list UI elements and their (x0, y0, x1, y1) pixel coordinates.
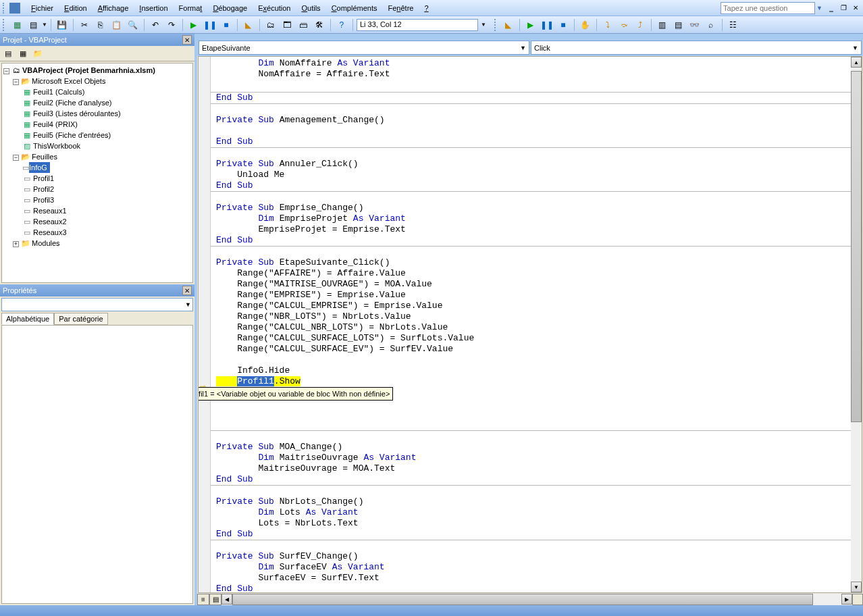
expand-icon[interactable]: − (3, 68, 9, 74)
modules-folder[interactable]: Modules (32, 239, 60, 247)
run-icon-2[interactable]: ▶ (523, 18, 538, 32)
project-root[interactable]: VBAProject (Projet Benmarhnia.xlsm) (22, 66, 155, 74)
step-into-icon[interactable]: ⤵ (600, 18, 615, 32)
procedure-combo[interactable]: Click ▼ (531, 41, 862, 55)
help-icon[interactable]: ? (334, 18, 349, 32)
menu-format[interactable]: Format (174, 2, 208, 14)
menu-help[interactable]: ? (419, 2, 434, 14)
status-dropdown-icon[interactable]: ▼ (481, 22, 486, 28)
minimize-button[interactable]: ‗ (827, 3, 836, 13)
excel-objects-folder[interactable]: Microsoft Excel Objets (32, 77, 105, 85)
tree-item-profil2[interactable]: Profil2 (33, 185, 54, 193)
paste-icon[interactable]: 📋 (109, 18, 124, 32)
project-toolbar: ▤ ▦ 📁 (0, 46, 194, 61)
cut-icon[interactable]: ✂ (77, 18, 92, 32)
menu-insert[interactable]: Insertion (134, 2, 173, 14)
quick-watch-icon[interactable]: ⌕ (704, 18, 718, 32)
scroll-left-icon[interactable]: ◀ (221, 594, 232, 605)
menu-addins[interactable]: Compléments (326, 2, 383, 14)
menu-view[interactable]: Affichage (93, 2, 134, 14)
tree-item-profil3[interactable]: Profil3 (33, 196, 54, 204)
close-button[interactable]: ✕ (851, 3, 860, 13)
toolbar-grip[interactable] (3, 3, 7, 14)
locals-window-icon[interactable]: ▥ (655, 18, 670, 32)
ask-question-input[interactable] (721, 2, 815, 14)
toggle-folders-button[interactable]: 📁 (31, 47, 45, 59)
sheet-icon: ▦ (22, 119, 32, 130)
horizontal-scrollbar[interactable]: ◀ ▶ (221, 594, 852, 605)
reset-icon[interactable]: ■ (219, 18, 234, 32)
scroll-thumb[interactable] (851, 71, 862, 422)
toolbar-grip-3[interactable] (494, 19, 498, 31)
vertical-scrollbar[interactable]: ▲ ▼ (851, 57, 862, 592)
menu-run[interactable]: Exécution (253, 2, 296, 14)
menu-tools[interactable]: Outils (296, 2, 326, 14)
immediate-window-icon[interactable]: ▤ (671, 18, 686, 32)
redo-icon[interactable]: ↷ (164, 18, 179, 32)
step-over-icon[interactable]: ⤼ (617, 18, 631, 32)
reset-icon-2[interactable]: ■ (556, 18, 571, 32)
call-stack-icon[interactable]: ☷ (726, 18, 741, 32)
menu-debug[interactable]: Débogage (207, 2, 253, 14)
break-icon-2[interactable]: ❚❚ (540, 18, 554, 32)
tree-item-infog[interactable]: InfoG (29, 162, 50, 173)
tab-alphabetic[interactable]: Alphabétique (1, 313, 54, 325)
menu-window[interactable]: Fenêtre (383, 2, 419, 14)
dropdown-icon[interactable]: ▼ (42, 22, 47, 28)
ask-dropdown-icon[interactable]: ▼ (816, 5, 822, 11)
tree-item-feuil2[interactable]: Feuil2 (Fiche d'analyse) (33, 99, 111, 107)
excel-icon[interactable]: ▦ (9, 18, 24, 32)
tree-item-feuil4[interactable]: Feuil4 (PRIX) (33, 120, 78, 128)
project-panel-close-icon[interactable]: ✕ (182, 35, 192, 45)
copy-icon[interactable]: ⎘ (93, 18, 108, 32)
design-mode-icon[interactable]: ◣ (241, 18, 256, 32)
properties-close-icon[interactable]: ✕ (182, 286, 192, 295)
project-explorer-icon[interactable]: 🗂 (263, 18, 278, 32)
toolbar-grip-2[interactable] (3, 19, 7, 31)
view-object-button[interactable]: ▦ (16, 47, 30, 59)
scroll-right-icon[interactable]: ▶ (841, 594, 852, 605)
menu-edit[interactable]: Edition (59, 2, 93, 14)
forms-folder[interactable]: Feuilles (32, 153, 57, 161)
tree-item-feuil1[interactable]: Feuil1 (Calculs) (33, 88, 84, 96)
tree-item-reseaux3[interactable]: Reseaux3 (33, 228, 67, 236)
expand-icon[interactable]: − (13, 79, 19, 85)
restore-button[interactable]: ❐ (839, 3, 848, 13)
full-module-view-button[interactable]: ▤ (209, 594, 221, 605)
tree-item-reseaux2[interactable]: Reseaux2 (33, 217, 67, 226)
expand-icon[interactable]: − (13, 155, 19, 161)
step-out-icon[interactable]: ⤴ (633, 18, 648, 32)
menu-file[interactable]: Fichier (26, 2, 59, 14)
tree-item-feuil5[interactable]: Feuil5 (Fiche d'entrées) (33, 131, 111, 139)
tree-item-thisworkbook[interactable]: ThisWorkbook (33, 142, 80, 150)
run-icon[interactable]: ▶ (186, 18, 201, 32)
code-margin[interactable]: ⇨ (199, 57, 211, 592)
object-combo[interactable]: EtapeSuivante ▼ (199, 41, 529, 55)
design-mode-icon-2[interactable]: ◣ (501, 18, 516, 32)
watch-window-icon[interactable]: 👓 (687, 18, 702, 32)
code-editor[interactable]: ⇨ Dim NomAffaire As Variant NomAffaire =… (198, 56, 862, 593)
properties-grid[interactable] (1, 325, 193, 604)
view-code-icon[interactable]: ▤ (26, 18, 41, 32)
view-code-button[interactable]: ▤ (1, 47, 15, 59)
tree-item-feuil3[interactable]: Feuil3 (Listes déroulantes) (33, 109, 121, 118)
expand-icon[interactable]: + (13, 241, 19, 247)
properties-object-combo[interactable]: ▼ (1, 298, 193, 311)
tree-item-reseaux1[interactable]: Reseaux1 (33, 207, 67, 215)
save-icon[interactable]: 💾 (55, 18, 70, 32)
procedure-view-button[interactable]: ≡ (197, 594, 209, 605)
scroll-up-icon[interactable]: ▲ (851, 57, 862, 68)
undo-icon[interactable]: ↶ (148, 18, 163, 32)
toolbox-icon[interactable]: 🛠 (312, 18, 327, 32)
properties-icon[interactable]: 🗔 (280, 18, 294, 32)
project-tree[interactable]: −🗂VBAProject (Projet Benmarhnia.xlsm) −📂… (1, 63, 193, 283)
tree-item-profil1[interactable]: Profil1 (33, 174, 54, 182)
find-icon[interactable]: 🔍 (126, 18, 140, 32)
tab-categorized[interactable]: Par catégorie (54, 313, 107, 325)
scroll-down-icon[interactable]: ▼ (851, 582, 862, 592)
object-browser-icon[interactable]: 🗃 (296, 18, 311, 32)
toggle-breakpoint-icon[interactable]: ✋ (578, 18, 593, 32)
code-text[interactable]: Dim NomAffaire As Variant NomAffaire = A… (211, 57, 851, 592)
scroll-thumb[interactable] (232, 594, 813, 605)
break-icon[interactable]: ❚❚ (203, 18, 217, 32)
